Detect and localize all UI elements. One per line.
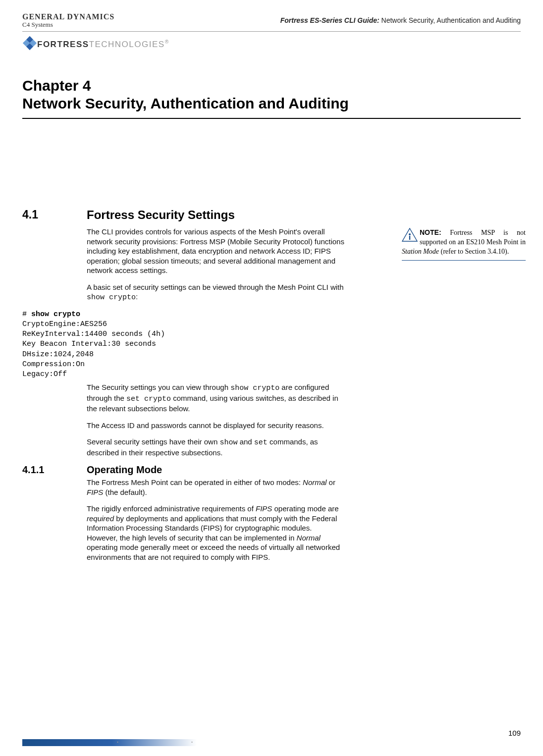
guide-title-rest: Network Security, Authentication and Aud… [380,16,521,24]
section-title: Fortress Security Settings [87,208,235,222]
logo-gd-text: GENERAL DYNAMICS [22,12,114,21]
chapter-number: Chapter 4 [22,77,521,94]
page-header: GENERAL DYNAMICS C4 Systems Fortress ES-… [22,12,521,32]
info-triangle-icon [402,228,418,242]
cli-line: Compression:On [22,360,85,369]
header-guide-title: Fortress ES-Series CLI Guide: Network Se… [280,16,521,24]
section-4-1-1-heading: 4.1.1 Operating Mode [22,464,521,476]
cli-line: DHsize:1024,2048 [22,350,94,359]
para-show-crypto-intro: A basic set of security settings can be … [87,282,344,303]
note-callout: NOTE: Fortress MSP is not supported on a… [402,228,526,261]
guide-title-italic: Fortress ES-Series CLI Guide: [280,16,380,24]
cli-line: ReKeyInterval:14400 seconds (4h) [22,330,165,338]
cli-line: Legacy:Off [22,370,67,378]
section-number: 4.1 [22,208,87,222]
note-label: NOTE: [420,228,441,236]
body-column: The Fortress Mesh Point can be operated … [87,478,344,562]
cli-output: # show crypto CryptoEngine:AES256 ReKeyI… [22,310,521,380]
para-access-id: The Access ID and passwords cannot be di… [87,421,344,431]
logo-general-dynamics: GENERAL DYNAMICS C4 Systems [22,12,114,29]
cli-line: Key Beacon Interval:30 seconds [22,340,156,348]
para-modes: The Fortress Mesh Point can be operated … [87,478,344,497]
svg-point-5 [409,233,411,235]
fortress-wordmark: FORTRESSTECHNOLOGIES® [37,39,169,50]
chapter-heading: Chapter 4 Network Security, Authenticati… [22,77,521,119]
body-column: The CLI provides controls for various as… [87,227,344,303]
para-fips: The rigidly enforced administrative requ… [87,504,344,562]
note-text-c: (refer to Section 3.4.10). [439,248,509,255]
body-column: The Security settings you can view throu… [87,382,344,457]
diamond-icon [22,36,37,53]
cli-command: show crypto [31,310,80,319]
para-show-set: Several security settings have their own… [87,437,344,457]
svg-rect-6 [409,236,410,240]
cli-line: CryptoEngine:AES256 [22,320,107,328]
footer-bar [22,739,521,746]
para-set-crypto: The Security settings you can view throu… [87,382,344,414]
logo-fortress: FORTRESSTECHNOLOGIES® [22,36,521,53]
subsection-number: 4.1.1 [22,464,87,476]
section-4-1-heading: 4.1 Fortress Security Settings [22,208,521,222]
content-area: NOTE: Fortress MSP is not supported on a… [22,208,521,562]
footer-dots: . . [116,735,228,745]
logo-gd-subtext: C4 Systems [22,21,114,29]
page-number: 109 [508,729,521,737]
note-text-b: Station Mode [402,248,439,255]
para-intro: The CLI provides controls for various as… [87,227,344,275]
subsection-title: Operating Mode [87,464,162,476]
chapter-title: Network Security, Authentication and Aud… [22,95,521,112]
